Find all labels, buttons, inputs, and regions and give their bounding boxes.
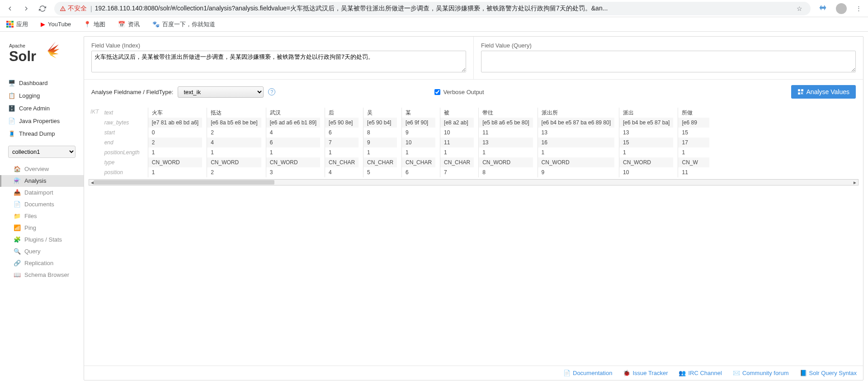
analysis-cell: 后 xyxy=(325,108,359,118)
analysis-cell: 5 xyxy=(363,167,397,177)
sub-schema-browser[interactable]: 📖Schema Browser xyxy=(0,269,84,281)
browser-toolbar: 不安全 | 192.168.110.140:8080/solr/#/collec… xyxy=(0,0,868,17)
analysis-cell: CN_CHAR xyxy=(440,157,474,167)
sub-ping[interactable]: 📶Ping xyxy=(0,222,84,234)
analysis-cell: 11 xyxy=(440,138,474,147)
analysis-cell: 11 xyxy=(479,128,533,138)
analysis-cell: [e7 81 ab e8 bd a6] xyxy=(148,118,202,128)
analysis-cell: 1 xyxy=(207,147,261,157)
collection-selector[interactable]: collection1 xyxy=(8,146,75,158)
bookmark-youtube[interactable]: ▶YouTube xyxy=(38,19,74,29)
url-text: 192.168.110.140:8080/solr/#/collection1/… xyxy=(95,5,794,13)
analysis-column: 抵达[e6 8a b5 e8 be be]241CN_WORD2 xyxy=(207,108,261,177)
analysis-cell: 10 xyxy=(440,128,474,138)
bookmark-news[interactable]: 📅资讯 xyxy=(115,19,142,30)
analysis-column: 带往[e5 b8 a6 e5 be 80]11131CN_WORD8 xyxy=(478,108,533,177)
row-label: end xyxy=(101,138,143,147)
index-field-label: Field Value (Index) xyxy=(91,42,466,49)
analysis-column: 某[e6 9f 90]9101CN_CHAR6 xyxy=(401,108,435,177)
insecure-badge: 不安全 xyxy=(60,5,87,13)
sidebar-dashboard[interactable]: 🖥️Dashboard xyxy=(0,77,84,90)
analysis-cell: [e8 a2 ab] xyxy=(440,118,474,128)
sub-dataimport[interactable]: 📥Dataimport xyxy=(0,187,84,199)
sub-overview[interactable]: 🏠Overview xyxy=(0,163,84,175)
sidebar-java-properties[interactable]: 📄Java Properties xyxy=(0,115,84,128)
help-icon[interactable]: ? xyxy=(268,88,275,95)
analysis-cell: 被 xyxy=(440,108,474,118)
analysis-cell: 3 xyxy=(266,167,320,177)
analysis-cell: 2 xyxy=(207,167,261,177)
bookmarks-bar: 应用 ▶YouTube 📍地图 📅资讯 🐾百度一下，你就知道 xyxy=(0,17,868,32)
footer-query-syntax[interactable]: 📘Solr Query Syntax xyxy=(800,370,857,376)
sub-plugins[interactable]: 🧩Plugins / Stats xyxy=(0,234,84,246)
fieldtype-select[interactable]: text_ik xyxy=(178,86,264,98)
analysis-cell: 某 xyxy=(402,108,435,118)
analysis-cell: 15 xyxy=(678,128,709,138)
footer-issue-tracker[interactable]: 🐞Issue Tracker xyxy=(623,370,668,376)
analysis-cell: 1 xyxy=(148,167,202,177)
query-field-textarea[interactable] xyxy=(481,51,856,72)
analysis-cell: 13 xyxy=(619,128,673,138)
sub-query[interactable]: 🔍Query xyxy=(0,246,84,257)
forward-button[interactable] xyxy=(20,2,33,15)
scroll-thumb[interactable] xyxy=(94,180,274,185)
analysis-cell: 2 xyxy=(207,128,261,138)
tokenizer-label: IKT xyxy=(89,108,101,177)
scroll-right-icon[interactable]: ► xyxy=(852,180,858,185)
analysis-column: 被[e8 a2 ab]10111CN_CHAR7 xyxy=(440,108,474,177)
browser-menu-icon[interactable]: ⋮ xyxy=(853,5,864,12)
sub-documents[interactable]: 📄Documents xyxy=(0,199,84,210)
content-panel: Field Value (Index) Field Value (Query) … xyxy=(84,36,863,380)
horizontal-scrollbar[interactable]: ◄ ► xyxy=(89,179,859,185)
sub-replication[interactable]: 🔗Replication xyxy=(0,257,84,269)
analysis-cell: 7 xyxy=(440,167,474,177)
extension-icon[interactable] xyxy=(816,4,830,13)
analyse-button[interactable]: Analyse Values xyxy=(791,85,856,99)
bookmark-maps[interactable]: 📍地图 xyxy=(81,19,108,30)
analysis-cell: 带往 xyxy=(479,108,533,118)
svg-text:Apache: Apache xyxy=(9,43,25,48)
sub-files[interactable]: 📁Files xyxy=(0,210,84,222)
analysis-cell: [e6 9f 90] xyxy=(402,118,435,128)
sub-analysis[interactable]: ⚗️Analysis xyxy=(0,175,84,187)
analysis-column: 火车[e7 81 ab e8 bd a6]021CN_WORD1 xyxy=(148,108,202,177)
reload-button[interactable] xyxy=(36,2,49,15)
row-label: start xyxy=(101,128,143,138)
sidebar-logging[interactable]: 📋Logging xyxy=(0,90,84,102)
address-bar[interactable]: 不安全 | 192.168.110.140:8080/solr/#/collec… xyxy=(54,2,811,15)
analysis-cell: [e6 89 xyxy=(678,118,709,128)
analysis-cell: CN_WORD xyxy=(538,157,614,167)
analysis-cell: 派出所 xyxy=(538,108,614,118)
analysis-cell: 15 xyxy=(619,138,673,147)
analysis-cell: 1 xyxy=(619,147,673,157)
analysis-cell: CN_WORD xyxy=(207,157,261,167)
sidebar-core-admin[interactable]: 🗄️Core Admin xyxy=(0,102,84,115)
bookmark-star-icon[interactable]: ☆ xyxy=(794,5,805,12)
footer-irc[interactable]: 👥IRC Channel xyxy=(679,370,722,376)
index-field-textarea[interactable] xyxy=(91,51,466,72)
analysis-cell: 17 xyxy=(678,138,709,147)
analysis-cell: 0 xyxy=(148,128,202,138)
sidebar-thread-dump[interactable]: 🧵Thread Dump xyxy=(0,128,84,140)
verbose-checkbox[interactable] xyxy=(434,89,440,95)
analysis-cell: 1 xyxy=(325,147,359,157)
footer-documentation[interactable]: 📄Documentation xyxy=(563,370,612,376)
analysis-cell: [e5 90 8e] xyxy=(325,118,359,128)
analysis-cell: CN_WORD xyxy=(266,157,320,167)
footer-community[interactable]: ✉️Community forum xyxy=(733,370,789,376)
analysis-cell: 9 xyxy=(363,138,397,147)
analysis-cell: 16 xyxy=(538,138,614,147)
bookmark-baidu[interactable]: 🐾百度一下，你就知道 xyxy=(150,19,218,30)
analysis-cell: 1 xyxy=(402,147,435,157)
row-label: raw_bytes xyxy=(101,118,143,128)
apps-shortcut[interactable]: 应用 xyxy=(4,19,31,30)
analysis-cell: 6 xyxy=(266,138,320,147)
analysis-cell: 1 xyxy=(479,147,533,157)
analysis-cell: [e5 90 b4] xyxy=(363,118,397,128)
back-button[interactable] xyxy=(4,2,16,15)
analysis-cell: 所做 xyxy=(678,108,709,118)
profile-avatar[interactable] xyxy=(836,3,847,14)
analysis-cell: 13 xyxy=(479,138,533,147)
analysis-cell: 4 xyxy=(325,167,359,177)
analysis-cell: 4 xyxy=(266,128,320,138)
